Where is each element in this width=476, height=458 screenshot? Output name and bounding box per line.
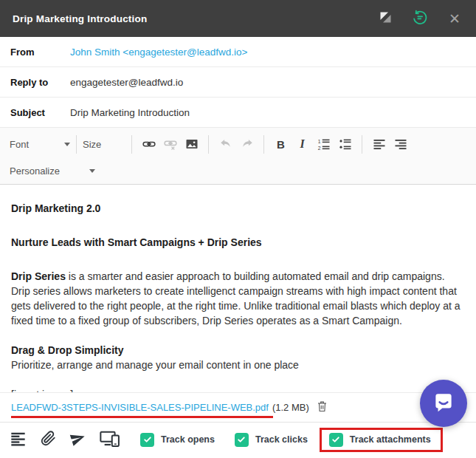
subject-row: Subject Drip Marketing Introduction	[0, 98, 476, 128]
devices-icon	[100, 431, 120, 449]
annotation-highlight-box: Track attachments	[320, 428, 443, 452]
redo-button[interactable]	[237, 134, 257, 154]
toolbar-divider	[208, 135, 209, 154]
body-heading-3: Drag & Drop Simplicity	[11, 343, 465, 358]
header-actions: ✕	[376, 10, 463, 27]
expand-button[interactable]	[376, 10, 394, 27]
attachment-filename-link[interactable]: LEADFWD-3STEPS-INVISIBLE-SALES-PIPELINE-…	[11, 402, 269, 413]
body-image-placeholder: [insert image]	[11, 387, 465, 392]
footer-toolbar: Track opens Track clicks Track attachmen…	[0, 422, 476, 457]
body-heading-2: Nurture Leads with Smart Campaigns + Dri…	[11, 235, 465, 250]
trash-icon	[317, 400, 328, 414]
align-left-icon	[373, 137, 386, 151]
toolbar-divider	[263, 135, 264, 154]
unlink-button[interactable]	[160, 134, 180, 154]
undo-icon	[219, 137, 232, 151]
image-icon	[185, 137, 199, 151]
attach-file-button[interactable]	[41, 431, 56, 448]
svg-text:2: 2	[317, 146, 320, 151]
from-label: From	[10, 47, 70, 58]
close-button[interactable]: ✕	[446, 10, 463, 27]
editor-toolbar: Font Size	[0, 128, 476, 185]
body-paragraph-2: Prioritize, arrange and manage your emai…	[11, 358, 465, 372]
subject-label: Subject	[10, 107, 70, 118]
italic-icon: I	[300, 137, 304, 151]
annotation-underline	[11, 416, 273, 418]
body-paragraph-1: Drip Series is a smarter and easier appr…	[11, 269, 465, 328]
reply-to-row: Reply to engagetester@leadfwd.io	[0, 67, 476, 98]
align-right-icon	[394, 137, 407, 151]
toolbar-divider	[362, 135, 362, 154]
autosave-sync-button[interactable]	[411, 10, 429, 27]
checkbox-checked-icon	[329, 433, 343, 447]
toolbar-divider	[76, 135, 77, 154]
subject-value[interactable]: Drip Marketing Introduction	[70, 107, 190, 118]
email-body-editor[interactable]: Drip Marketing 2.0 Nurture Leads with Sm…	[0, 185, 476, 392]
font-dropdown[interactable]: Font	[10, 139, 70, 150]
checkbox-checked-icon	[235, 433, 249, 447]
track-clicks-label: Track clicks	[255, 434, 308, 445]
device-preview-button[interactable]	[100, 431, 120, 449]
expand-icon	[378, 10, 393, 27]
attachment-size: (1.2 MB)	[272, 402, 309, 413]
reply-to-value[interactable]: engagetester@leadfwd.io	[70, 77, 183, 88]
body-paragraph-1-lead: Drip Series	[11, 270, 66, 282]
text-lines-icon	[10, 431, 27, 449]
chevron-down-icon	[89, 169, 95, 173]
modal-header: Drip Marketing Introduction	[0, 0, 476, 37]
from-row: From John Smith <engagetester@leadfwd.io…	[0, 37, 476, 67]
numbered-list-icon: 1 2	[317, 137, 331, 151]
font-dropdown-label: Font	[10, 139, 29, 150]
delete-attachment-button[interactable]	[317, 400, 328, 414]
link-button[interactable]	[139, 134, 159, 154]
personalize-dropdown-label: Personalize	[10, 165, 60, 177]
link-icon	[142, 137, 156, 151]
track-clicks-checkbox[interactable]: Track clicks	[235, 433, 308, 447]
toolbar-divider	[131, 135, 132, 154]
body-heading-1: Drip Marketing 2.0	[11, 185, 465, 216]
track-opens-checkbox[interactable]: Track opens	[140, 433, 215, 447]
svg-text:1: 1	[317, 139, 320, 144]
checkbox-checked-icon	[140, 433, 154, 447]
email-editor-modal: Drip Marketing Introduction	[0, 0, 476, 458]
editor-toolbar-row-1: Font Size	[0, 129, 476, 159]
reply-to-label: Reply to	[10, 77, 70, 88]
size-dropdown[interactable]: Size	[83, 139, 125, 150]
align-right-button[interactable]	[390, 134, 410, 154]
track-attachments-checkbox[interactable]: Track attachments	[329, 433, 431, 447]
paperclip-icon	[41, 431, 56, 448]
close-icon: ✕	[449, 12, 461, 26]
send-test-button[interactable]	[70, 431, 86, 448]
personalize-dropdown[interactable]: Personalize	[10, 165, 95, 177]
track-attachments-label: Track attachments	[350, 434, 431, 445]
unlink-icon	[164, 137, 177, 151]
insert-image-button[interactable]	[182, 134, 201, 154]
chevron-down-icon	[64, 143, 70, 146]
align-left-button[interactable]	[369, 134, 389, 154]
modal-title: Drip Marketing Introduction	[13, 13, 376, 24]
body-paragraph-1-text: is a smarter and easier approach to buil…	[11, 270, 461, 327]
editor-toolbar-row-2: Personalize	[0, 159, 476, 183]
track-opens-label: Track opens	[161, 434, 215, 445]
paper-plane-icon	[70, 431, 86, 448]
address-fields: From John Smith <engagetester@leadfwd.io…	[0, 37, 476, 128]
bold-icon: B	[277, 138, 285, 151]
bullet-list-icon	[339, 137, 352, 151]
sync-icon	[412, 10, 428, 28]
attachment-row: LEADFWD-3STEPS-INVISIBLE-SALES-PIPELINE-…	[0, 392, 476, 422]
undo-button[interactable]	[215, 134, 235, 154]
redo-icon	[241, 137, 254, 151]
chat-widget-button[interactable]	[420, 380, 467, 427]
chat-bubble-icon	[431, 390, 456, 417]
from-value[interactable]: John Smith <engagetester@leadfwd.io>	[70, 47, 247, 58]
bullet-list-button[interactable]	[335, 134, 355, 154]
italic-button[interactable]: I	[292, 134, 312, 154]
footer-icons	[10, 431, 120, 449]
templates-button[interactable]	[10, 431, 27, 449]
bold-button[interactable]: B	[271, 134, 291, 154]
numbered-list-button[interactable]: 1 2	[314, 134, 334, 154]
size-dropdown-label: Size	[83, 139, 101, 150]
